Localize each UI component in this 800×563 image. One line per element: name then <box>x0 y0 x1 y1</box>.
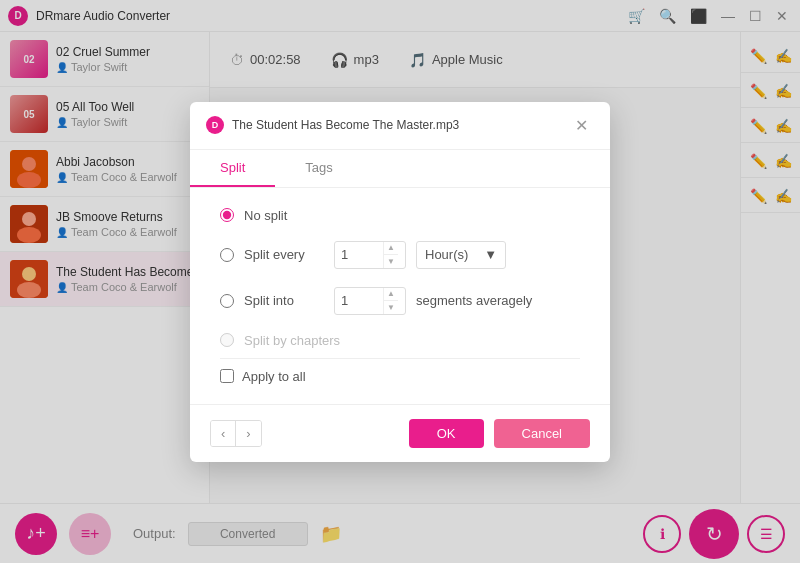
modal-header: D The Student Has Become The Master.mp3 … <box>190 102 610 150</box>
no-split-option: No split <box>220 208 580 223</box>
modal-logo: D <box>206 116 224 134</box>
prev-button[interactable]: ‹ <box>211 421 236 446</box>
split-into-option: Split into ▲ ▼ segments averagely <box>220 287 580 315</box>
split-every-input-wrap: ▲ ▼ <box>334 241 406 269</box>
apply-all-checkbox[interactable] <box>220 369 234 383</box>
tab-tags[interactable]: Tags <box>275 150 362 187</box>
cancel-button[interactable]: Cancel <box>494 419 590 448</box>
next-button[interactable]: › <box>236 421 260 446</box>
split-unit-select[interactable]: Hour(s) ▼ <box>416 241 506 269</box>
split-every-input[interactable] <box>335 247 383 262</box>
modal-divider <box>220 358 580 359</box>
modal-footer: ‹ › OK Cancel <box>190 404 610 462</box>
ok-button[interactable]: OK <box>409 419 484 448</box>
modal-body: No split Split every ▲ ▼ Hour(s) <box>190 188 610 404</box>
split-into-input-wrap: ▲ ▼ <box>334 287 406 315</box>
split-into-radio[interactable] <box>220 294 234 308</box>
split-unit-label: Hour(s) <box>425 247 468 262</box>
split-every-spinner: ▲ ▼ <box>383 242 398 268</box>
modal-close-button[interactable]: ✕ <box>569 114 594 137</box>
spin-down-button[interactable]: ▼ <box>384 301 398 314</box>
split-into-spinner: ▲ ▼ <box>383 288 398 314</box>
split-chapters-label: Split by chapters <box>244 333 340 348</box>
split-chapters-option: Split by chapters <box>220 333 580 348</box>
modal-logo-letter: D <box>212 120 219 130</box>
chevron-down-icon: ▼ <box>484 247 497 262</box>
apply-all-label: Apply to all <box>242 369 306 384</box>
modal-overlay: D The Student Has Become The Master.mp3 … <box>0 0 800 563</box>
split-modal: D The Student Has Become The Master.mp3 … <box>190 102 610 462</box>
modal-tabs: Split Tags <box>190 150 610 188</box>
apply-all-row: Apply to all <box>220 369 580 384</box>
split-every-option: Split every ▲ ▼ Hour(s) ▼ <box>220 241 580 269</box>
split-every-label: Split every <box>244 247 324 262</box>
no-split-radio[interactable] <box>220 208 234 222</box>
split-chapters-radio <box>220 333 234 347</box>
split-into-input[interactable] <box>335 293 383 308</box>
split-options: No split Split every ▲ ▼ Hour(s) <box>220 208 580 348</box>
split-every-radio[interactable] <box>220 248 234 262</box>
tab-split[interactable]: Split <box>190 150 275 187</box>
spin-down-button[interactable]: ▼ <box>384 255 398 268</box>
modal-title: The Student Has Become The Master.mp3 <box>232 118 561 132</box>
spin-up-button[interactable]: ▲ <box>384 288 398 302</box>
segments-text: segments averagely <box>416 293 532 308</box>
nav-button-group: ‹ › <box>210 420 262 447</box>
spin-up-button[interactable]: ▲ <box>384 242 398 256</box>
no-split-label: No split <box>244 208 324 223</box>
split-into-label: Split into <box>244 293 324 308</box>
